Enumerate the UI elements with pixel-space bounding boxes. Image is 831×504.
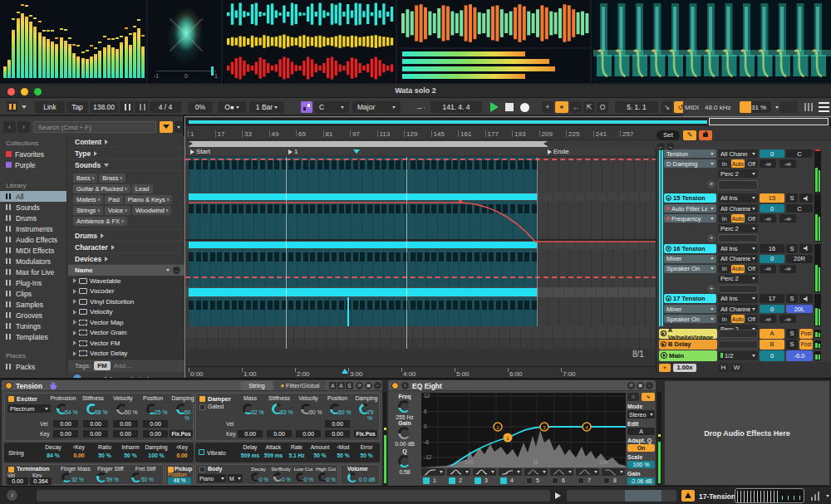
eq-graph[interactable]: 23411260-6-121001k10k [421,393,626,467]
sidebar-item-clips[interactable]: Clips [0,288,66,299]
add-device-button[interactable]: + [707,180,715,188]
band-filter-menu[interactable] [524,468,548,476]
scale-mode-icon[interactable] [301,101,312,113]
sidebar-item-samples[interactable]: Samples [0,299,66,310]
io-chooser[interactable]: All Channe [718,255,758,263]
adaptq-toggle[interactable]: On [627,444,655,452]
sound-tag-chip[interactable]: Guitar & Plucked › [73,184,130,193]
filter-toggle-button[interactable] [160,121,173,133]
param-value[interactable]: 50 % [118,453,143,458]
browser-options-caret[interactable] [175,121,183,133]
routing-input-box[interactable] [718,180,758,190]
expander-icon[interactable] [73,310,76,315]
device-title-bar[interactable]: TensionString● Filter/GlobalAAS⊘▣− [2,380,382,391]
midi-map-button[interactable]: MIDI [685,104,699,111]
device-activator[interactable] [5,382,12,389]
velocity-levels-icon[interactable] [811,492,821,501]
fold-track-icon[interactable]: ▾ [666,195,671,201]
band-toggle-8[interactable] [603,477,610,484]
filter-header-devices[interactable]: Devices [68,253,184,265]
filter-header-drums[interactable]: Drums [68,230,184,242]
cpu-meter[interactable]: 31 % [740,101,771,113]
expander-icon[interactable] [73,351,76,356]
track-header[interactable]: ▾16 Tension [664,244,716,253]
knob-volume[interactable] [347,472,357,482]
fixpos-button[interactable]: Fix.Pos [354,430,377,438]
result-row[interactable]: Vinyl Distortion [68,296,184,307]
band-filter-menu[interactable] [576,468,599,476]
audition-icon[interactable]: ⌾ [627,393,639,401]
result-row[interactable]: Wavetable [68,276,184,286]
expander-icon[interactable] [73,330,76,335]
param-value-box[interactable]: 0.00 [325,420,350,428]
link-button[interactable]: Link [35,101,65,113]
solo-button[interactable]: S [786,294,798,303]
beat-time-ruler[interactable]: 1173349658197113129145161177193209225241… [185,127,831,140]
band-toggle-5[interactable] [526,477,533,484]
track-number-display[interactable]: 17 [760,294,784,303]
device-chooser[interactable]: Speaker On [664,315,716,323]
sound-tag-chip[interactable]: Piano & Keys › [125,195,173,204]
knob-finger-mass[interactable] [61,472,71,482]
param-value-box[interactable]: 0.00 [143,420,168,428]
speaker-on-button[interactable] [799,244,813,253]
sound-tag-chip[interactable]: Pad [105,195,122,204]
punch-in-button[interactable]: ↘ [661,101,672,113]
section-toggle[interactable] [199,396,205,402]
monitor-off[interactable]: Off [745,159,758,168]
search-input[interactable]: Search (Cmd + F) [33,121,156,133]
push-status-icon[interactable] [7,101,17,112]
scale-name-menu[interactable]: Major [352,101,401,113]
exciter-type-menu[interactable]: Plectrum [7,404,51,413]
value-box[interactable]: -∞ [779,315,796,323]
device-randomize-icon[interactable]: ⊘ [356,382,363,389]
tag-add[interactable]: Add... [114,362,131,369]
select-view-button[interactable]: ⇱ [583,101,595,113]
preferences-menu-icon[interactable] [819,102,829,112]
return-track-name[interactable]: A ValhallaVintage [659,329,717,339]
param-value[interactable]: 0.00 [170,453,194,458]
band-toggle-1[interactable] [423,477,430,484]
value-box[interactable]: 0 [760,305,784,313]
section-toggle[interactable] [8,467,14,472]
band-filter-menu[interactable] [421,468,445,476]
sidebar-item-grooves[interactable]: Grooves [0,310,66,321]
value-box[interactable]: 20R [786,255,813,263]
value-box[interactable]: -∞ [779,214,796,223]
io-chooser[interactable]: All Chann [718,149,758,158]
value-box[interactable]: 0 [760,204,784,213]
solo-button[interactable]: S [786,340,798,350]
param-value[interactable]: 50 % [332,453,355,458]
monitor-off[interactable]: Off [745,265,758,273]
set-button[interactable]: Set [656,130,680,140]
count-in-icon[interactable] [135,101,148,113]
expander-icon[interactable] [73,278,76,283]
overview-viewport[interactable] [709,118,829,125]
param-value[interactable]: 509 ms [262,453,285,458]
param-value[interactable]: 5.1 Hz [285,453,308,458]
value-box[interactable]: -∞ [779,159,796,168]
browser-back-button[interactable]: ‹ [3,121,16,133]
monitor-in[interactable]: In [718,214,730,223]
device-chooser[interactable]: Speaker On [664,265,716,273]
track-number-display[interactable]: 16 [760,244,784,253]
band-toggle-4[interactable] [500,477,507,484]
automation-lane-clip[interactable] [189,242,537,248]
param-value-box[interactable]: 0.00 [113,420,138,428]
param-value-box[interactable]: 0.00 [53,420,78,428]
param-value[interactable]: 84 % [41,453,66,458]
section-toggle[interactable] [8,396,14,402]
knob-fret-stiff[interactable] [131,472,141,482]
result-row[interactable]: Vector FM [68,338,184,349]
prev-breakpoint-button[interactable]: ← [657,143,665,150]
knob-finger-stiff[interactable] [96,472,106,482]
return-chip[interactable]: A [760,329,784,339]
device-title-bar[interactable]: ↕EQ Eight⊘▣− [388,380,656,391]
sidebar-item-modulators[interactable]: Modulators [0,256,66,267]
tag-chip-fm[interactable]: FM [94,361,111,370]
add-device-button[interactable]: + [707,234,715,242]
result-row[interactable]: Vocoder [68,286,184,297]
return-io-box[interactable] [718,340,758,349]
sidebar-item-all[interactable]: All [0,191,66,202]
return-chip[interactable]: B [760,340,784,350]
